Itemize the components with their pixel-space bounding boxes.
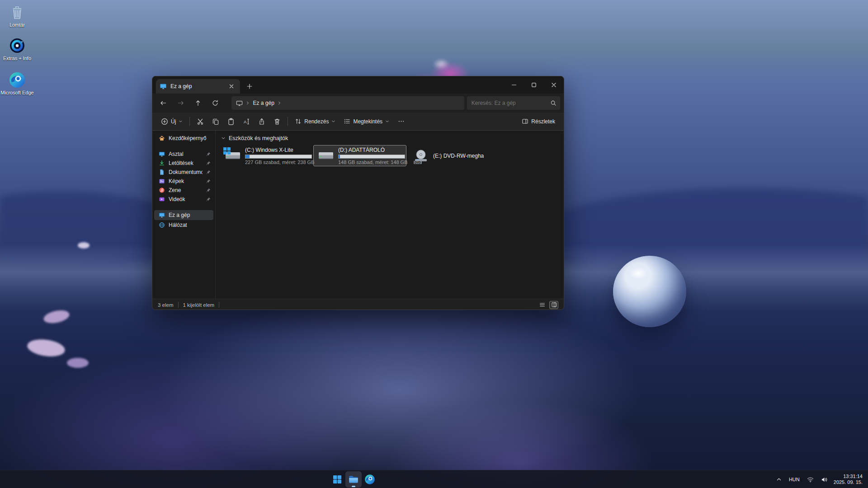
sidebar-item-home[interactable]: Kezdőképernyő: [154, 133, 213, 143]
language-indicator[interactable]: HUN: [788, 473, 801, 486]
pin-icon: [206, 152, 211, 156]
hard-drive-icon: [317, 148, 335, 164]
desktop-icon-edge[interactable]: Microsoft Edge: [0, 71, 34, 95]
sort-button[interactable]: Rendezés: [291, 115, 340, 128]
sort-button-label: Rendezés: [304, 118, 329, 125]
windows-logo-icon: [223, 147, 231, 155]
taskbar-clock[interactable]: 13:31:14 2025. 09. 15.: [834, 474, 863, 485]
chevron-down-icon: [179, 119, 183, 123]
sidebar-item-videos[interactable]: Videók: [154, 195, 213, 204]
up-button[interactable]: [191, 96, 205, 110]
desktop-icon-label: Lomtár: [0, 22, 34, 28]
chevron-down-icon[interactable]: [221, 136, 226, 141]
share-button[interactable]: [254, 115, 269, 128]
recycle-bin-icon: [0, 4, 34, 21]
paste-button[interactable]: [223, 115, 239, 128]
rename-button[interactable]: A: [239, 115, 254, 128]
sidebar-item-documents[interactable]: Dokumentumok: [154, 168, 213, 177]
start-button[interactable]: [329, 471, 345, 488]
explorer-tab[interactable]: Ez a gép: [156, 79, 240, 94]
wallpaper-petal: [67, 358, 89, 368]
sidebar-item-label: Képek: [169, 178, 203, 184]
status-bar: 3 elem 1 kijelölt elem: [152, 299, 564, 310]
pin-icon: [206, 161, 211, 165]
forward-button[interactable]: [173, 96, 188, 110]
sidebar-item-label: Dokumentumok: [169, 169, 203, 175]
chevron-right-icon[interactable]: [277, 101, 282, 105]
volume-icon[interactable]: [820, 473, 829, 486]
content-pane: Eszközök és meghajtók: [216, 131, 564, 299]
home-icon: [159, 135, 165, 141]
titlebar[interactable]: Ez a gép: [152, 76, 564, 94]
copy-button[interactable]: [208, 115, 223, 128]
sidebar-item-label: Kezdőképernyő: [169, 135, 211, 141]
details-pane-icon: [522, 118, 528, 125]
drive-name: (C:) Windows X-Lite: [245, 147, 307, 153]
sidebar-item-label: Videók: [169, 196, 203, 202]
tray-overflow-chevron-icon[interactable]: [775, 473, 783, 486]
new-tab-button[interactable]: [245, 81, 255, 91]
sidebar-item-downloads[interactable]: Letöltések: [154, 159, 213, 168]
drive-capacity-text: 227 GB szabad, méret: 238 GB: [245, 160, 307, 165]
capacity-bar: [338, 155, 405, 159]
minimize-button[interactable]: [504, 76, 524, 94]
refresh-button[interactable]: [208, 96, 222, 110]
sidebar-item-desktop[interactable]: Asztal: [154, 150, 213, 159]
this-pc-icon: [159, 212, 165, 218]
desktop-folder-icon: [159, 151, 165, 157]
delete-button[interactable]: [269, 115, 285, 128]
address-bar[interactable]: Ez a gép: [231, 96, 464, 110]
dvd-drive-icon: DVD: [412, 148, 429, 164]
search-icon[interactable]: [550, 100, 557, 106]
pin-icon: [206, 179, 211, 183]
breadcrumb-item[interactable]: Ez a gép: [253, 100, 274, 106]
list-view-button[interactable]: [538, 301, 547, 309]
edge-icon: [0, 71, 34, 89]
view-button[interactable]: Megtekintés: [340, 115, 393, 128]
sidebar-item-this-pc[interactable]: Ez a gép: [154, 210, 213, 220]
maximize-button[interactable]: [524, 76, 544, 94]
sidebar-item-label: Ez a gép: [169, 212, 211, 218]
drive-c[interactable]: (C:) Windows X-Lite 227 GB szabad, méret…: [220, 145, 311, 166]
section-title: Eszközök és meghajtók: [229, 135, 288, 141]
taskbar-file-explorer[interactable]: [345, 471, 362, 488]
desktop-icon-extras-info[interactable]: Extras + Info: [0, 37, 34, 61]
sidebar-item-pictures[interactable]: Képek: [154, 177, 213, 186]
hard-drive-windows-icon: [224, 148, 241, 164]
chevron-down-icon: [385, 119, 389, 123]
cut-button[interactable]: [193, 115, 208, 128]
taskbar-edge[interactable]: [362, 471, 378, 488]
sidebar-item-music[interactable]: Zene: [154, 186, 213, 195]
command-bar: Új A Rendezés: [152, 113, 564, 131]
capacity-fill: [245, 155, 250, 158]
view-button-label: Megtekintés: [353, 118, 382, 125]
back-button[interactable]: [156, 96, 170, 110]
more-options-button[interactable]: [393, 115, 409, 128]
drive-e[interactable]: DVD (E:) DVD-RW-meghajtó: [408, 145, 488, 166]
downloads-icon: [159, 160, 165, 166]
pin-icon: [206, 188, 211, 192]
drive-d[interactable]: (D:) ADATTÁROLÓ 148 GB szabad, méret: 14…: [313, 145, 406, 166]
sidebar-item-network[interactable]: Hálózat: [154, 220, 213, 230]
new-button[interactable]: Új: [157, 115, 187, 128]
details-pane-button[interactable]: Részletek: [518, 115, 559, 128]
wifi-icon[interactable]: [806, 473, 815, 486]
pictures-icon: [159, 178, 165, 184]
close-button[interactable]: [544, 76, 564, 94]
desktop-icon-recycle-bin[interactable]: Lomtár: [0, 4, 34, 28]
tab-close-icon[interactable]: [226, 81, 236, 91]
sort-icon: [295, 118, 302, 125]
pin-icon: [206, 197, 211, 202]
search-input[interactable]: [472, 100, 550, 106]
drive-name: (E:) DVD-RW-meghajtó: [433, 153, 484, 159]
svg-text:A: A: [244, 119, 247, 124]
navigation-pane: Kezdőképernyő Asztal Letöltések: [152, 131, 216, 299]
section-devices-and-drives[interactable]: Eszközök és meghajtók: [221, 135, 559, 141]
search-box[interactable]: [467, 96, 560, 110]
sidebar-item-label: Asztal: [169, 151, 203, 157]
music-icon: [159, 187, 165, 193]
large-icons-view-button[interactable]: [549, 301, 558, 309]
desktop-icon-label: Extras + Info: [0, 56, 34, 61]
sidebar-item-label: Letöltések: [169, 160, 203, 166]
chevron-right-icon[interactable]: [245, 101, 250, 105]
